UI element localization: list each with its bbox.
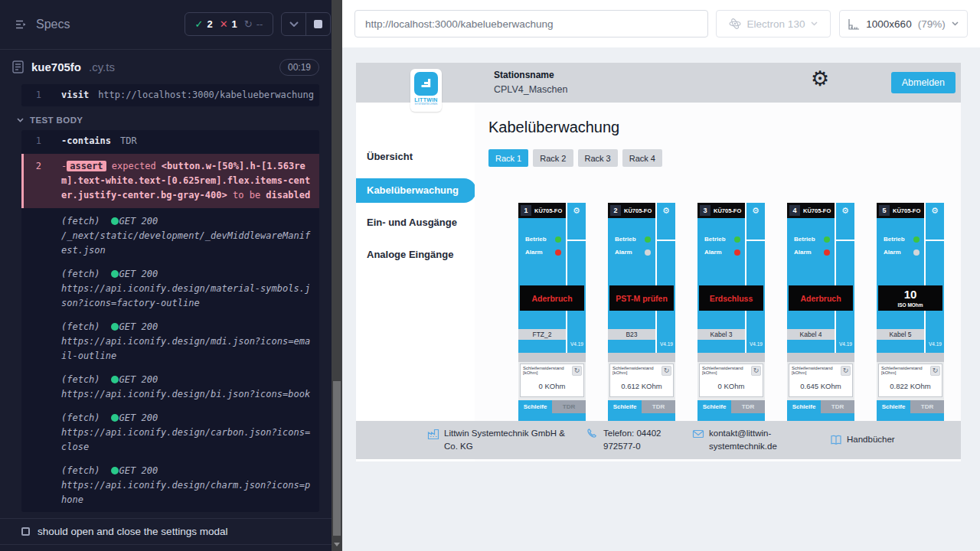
email-icon xyxy=(692,428,704,440)
sidebar-item-kabelueberwachung[interactable]: Kabelüberwachung xyxy=(356,178,476,203)
url-bar[interactable]: http://localhost:3000/kabelueberwachung xyxy=(354,10,708,37)
cable-label: B23 xyxy=(608,329,655,340)
tdr-button[interactable]: TDR xyxy=(731,400,765,413)
settings-gear-icon[interactable]: ⚙ xyxy=(811,69,829,90)
card-number: 1 xyxy=(521,205,531,216)
loop-resistance-box: Schleifenwiderstand [kOhm]↻0.612 KOhm xyxy=(609,364,674,397)
visit-command-row[interactable]: 1 visithttp://localhost:3000/kabelueberw… xyxy=(21,84,319,106)
status-ok-dot xyxy=(111,217,119,225)
test-stats[interactable]: ✓2 ✕1 ↻-- xyxy=(185,12,273,36)
refresh-icon[interactable]: ↻ xyxy=(841,366,851,376)
stop-button[interactable] xyxy=(305,13,330,35)
fetch-log-row[interactable]: (fetch)GET 200https://api.iconify.design… xyxy=(21,368,319,406)
spec-file-row[interactable]: kue705fo.cy.ts 00:19 xyxy=(0,50,332,84)
rack-tabs: Rack 1 Rack 2 Rack 3 Rack 4 xyxy=(488,149,662,167)
footer-email[interactable]: kontakt@littwin-systemtechnik.de xyxy=(692,427,801,454)
reporter-scrollbar[interactable] xyxy=(332,0,342,551)
logout-button[interactable]: Abmelden xyxy=(891,72,956,93)
sidebar-item-analoge-eingaenge[interactable]: Analoge Eingänge xyxy=(356,247,475,262)
fetch-url: https://api.iconify.design/mdi.json?icon… xyxy=(61,336,310,361)
fetch-log-row[interactable]: (fetch)GET 200https://api.iconify.design… xyxy=(21,262,319,315)
contains-command-row[interactable]: 1 -containsTDR xyxy=(21,130,319,152)
tdr-button[interactable]: TDR xyxy=(552,400,586,413)
scrollbar-thumb[interactable] xyxy=(333,381,341,536)
fetch-log-row[interactable]: (fetch)GET 200/_next/static/development/… xyxy=(21,210,319,262)
card-gear-icon[interactable]: ⚙ xyxy=(836,203,854,218)
visit-command: visit xyxy=(61,90,89,100)
tdr-button[interactable]: TDR xyxy=(821,400,854,413)
refresh-icon[interactable]: ↻ xyxy=(930,366,940,376)
test-body-section[interactable]: TEST BODY xyxy=(17,116,332,125)
collapse-button[interactable] xyxy=(282,13,305,35)
panel-divider xyxy=(926,240,944,241)
loop-resistance-box: Schleifenwiderstand [kOhm]↻0.822 KOhm xyxy=(878,364,942,397)
app-viewport: LITTWIN SYSTEMTECHNIK Stationsname CPLV4… xyxy=(356,63,961,461)
refresh-icon[interactable]: ↻ xyxy=(751,366,761,376)
specs-button[interactable]: Specs xyxy=(15,18,70,31)
card-number: 5 xyxy=(879,205,890,216)
card-title: KÜ705-FO xyxy=(534,207,562,214)
status-ok-dot xyxy=(111,323,119,331)
fetch-log-row[interactable]: (fetch)GET 200https://api.iconify.design… xyxy=(21,406,319,459)
tdr-button[interactable]: TDR xyxy=(910,400,944,413)
schleife-button[interactable]: Schleife xyxy=(518,400,552,413)
tdr-button[interactable]: TDR xyxy=(642,400,675,413)
card-number: 3 xyxy=(700,205,710,216)
card-gear-icon[interactable]: ⚙ xyxy=(926,203,944,218)
zoom-level: (79%) xyxy=(918,18,946,30)
schleife-button[interactable]: Schleife xyxy=(877,400,910,413)
logo-subtitle: SYSTEMTECHNIK xyxy=(410,103,442,106)
fetch-url: /_next/static/development/_devMiddleware… xyxy=(61,230,310,256)
electron-icon xyxy=(729,18,741,30)
fetch-log-row[interactable]: (fetch)GET 200https://api.iconify.design… xyxy=(21,459,319,512)
loop-resistance-value: 0 KOhm xyxy=(700,382,763,390)
footer-manuals[interactable]: Handbücher xyxy=(830,433,895,446)
footer-phone[interactable]: Telefon: 04402 972577-0 xyxy=(586,427,689,454)
betrieb-led xyxy=(555,236,561,243)
cable-label: Kabel 4 xyxy=(787,329,835,340)
scrollbar-down-arrow[interactable] xyxy=(332,537,342,551)
status-ok-dot xyxy=(111,376,119,383)
sidebar-item-uebersicht[interactable]: Übersicht xyxy=(356,149,475,165)
alarm-status-display: Aderbruch xyxy=(520,285,584,311)
refresh-icon[interactable]: ↻ xyxy=(572,366,582,376)
refresh-icon[interactable]: ↻ xyxy=(662,366,671,376)
tab-rack-4[interactable]: Rack 4 xyxy=(622,149,662,167)
loop-resistance-box: Schleifenwiderstand [kOhm]↻0.645 KOhm xyxy=(789,364,853,397)
schleife-button[interactable]: Schleife xyxy=(787,400,821,413)
firmware-version: V4.19 xyxy=(570,341,583,347)
cypress-reporter-panel: Specs ✓2 ✕1 ↻-- kue705fo.cy.ts 00:19 1 v… xyxy=(0,0,332,551)
test-body-log: 1 -containsTDR 2 -assert expected <butto… xyxy=(21,130,319,512)
card-title: KÜ705-FO xyxy=(803,207,831,214)
card-number: 2 xyxy=(610,205,621,216)
tab-rack-1[interactable]: Rack 1 xyxy=(488,149,528,167)
viewport-size-select[interactable]: 1000x660 (79%) xyxy=(839,10,968,37)
card-gear-icon[interactable]: ⚙ xyxy=(657,203,675,218)
alarm-led xyxy=(555,249,561,256)
divider xyxy=(697,353,765,362)
failed-assert-row[interactable]: 2 -assert expected <button.w-[50%].h-[1.… xyxy=(21,154,319,208)
fetch-log-row[interactable]: (fetch)GET 200https://api.iconify.design… xyxy=(21,315,319,368)
card-gear-icon[interactable]: ⚙ xyxy=(567,203,586,218)
schleife-button[interactable]: Schleife xyxy=(608,400,642,413)
cable-label: FTZ_2 xyxy=(518,329,566,340)
loop-resistance-box: Schleifenwiderstand [kOhm]↻0 KOhm xyxy=(699,364,763,397)
card-title: KÜ705-FO xyxy=(893,207,920,214)
schleife-button[interactable]: Schleife xyxy=(697,400,731,413)
firmware-version: V4.19 xyxy=(839,341,852,347)
iso-value-display: 10ISO MOhm xyxy=(878,285,942,311)
chevron-down-icon xyxy=(952,21,959,26)
next-test-row[interactable]: should open and close the settings modal xyxy=(0,518,332,545)
tab-rack-3[interactable]: Rack 3 xyxy=(578,149,618,167)
app-header: LITTWIN SYSTEMTECHNIK Stationsname CPLV4… xyxy=(356,63,961,103)
card-title: KÜ705-FO xyxy=(714,207,741,214)
cypress-toolbar: http://localhost:3000/kabelueberwachung … xyxy=(342,0,980,47)
browser-select[interactable]: Electron 130 xyxy=(716,10,831,37)
sidebar-item-ein-und-ausgaenge[interactable]: Ein- und Ausgänge xyxy=(356,215,475,230)
status-ok-dot xyxy=(111,270,119,278)
book-icon xyxy=(830,434,842,446)
spec-name: kue705fo xyxy=(31,60,81,73)
card-gear-icon[interactable]: ⚙ xyxy=(746,203,765,218)
tab-rack-2[interactable]: Rack 2 xyxy=(533,149,573,167)
fetch-url: https://api.iconify.design/bi.json?icons… xyxy=(61,389,310,399)
